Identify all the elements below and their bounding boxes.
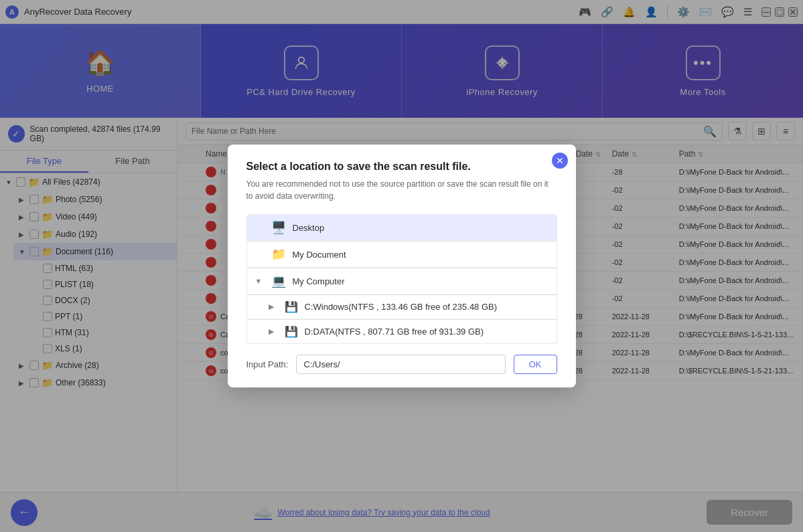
mydoc-folder-icon: 📁 — [271, 247, 286, 262]
ftree-item-c-drive[interactable]: ▶ 💾 C:Windows(NTFS , 133.46 GB free of 2… — [247, 295, 557, 319]
modal-title: Select a location to save the scan resul… — [246, 161, 557, 173]
mycomputer-icon: 💻 — [271, 274, 286, 288]
ftree-label-desktop: Desktop — [293, 223, 325, 233]
ftree-label-mycomputer: My Computer — [293, 276, 345, 286]
desktop-folder-icon: 🖥️ — [271, 220, 286, 235]
ftree-item-mydoc[interactable]: 📁 My Document — [247, 242, 557, 268]
ftree-item-d-drive[interactable]: ▶ 💾 D:DATA(NTFS , 807.71 GB free of 931.… — [247, 320, 557, 343]
ftree-label-c: C:Windows(NTFS , 133.46 GB free of 235.4… — [305, 302, 498, 312]
ftree-item-mycomputer[interactable]: ▼ 💻 My Computer — [247, 268, 557, 294]
ok-button[interactable]: OK — [514, 355, 557, 374]
input-path-row: Input Path: OK — [246, 355, 557, 374]
input-path-label: Input Path: — [246, 359, 289, 369]
modal-close-button[interactable]: ✕ — [552, 153, 568, 169]
ftree-item-desktop[interactable]: 🖥️ Desktop — [247, 215, 557, 241]
modal-subtitle: You are recommended not to use the sourc… — [246, 178, 557, 202]
ftree-arrow-c: ▶ — [269, 302, 278, 311]
ftree-label-mydoc: My Document — [293, 250, 346, 260]
save-location-modal: ✕ Select a location to save the scan res… — [228, 145, 576, 387]
ftree-arrow-d: ▶ — [269, 327, 278, 336]
modal-file-tree: 🖥️ Desktop 📁 My Document ▼ 💻 My Computer… — [246, 214, 557, 344]
input-path-field[interactable] — [296, 355, 505, 374]
ftree-arrow-mycomputer: ▼ — [255, 277, 265, 285]
ftree-label-d: D:DATA(NTFS , 807.71 GB free of 931.39 G… — [305, 327, 484, 337]
c-drive-icon: 💾 — [285, 300, 298, 313]
modal-overlay: ✕ Select a location to save the scan res… — [0, 0, 803, 532]
d-drive-icon: 💾 — [285, 325, 298, 338]
